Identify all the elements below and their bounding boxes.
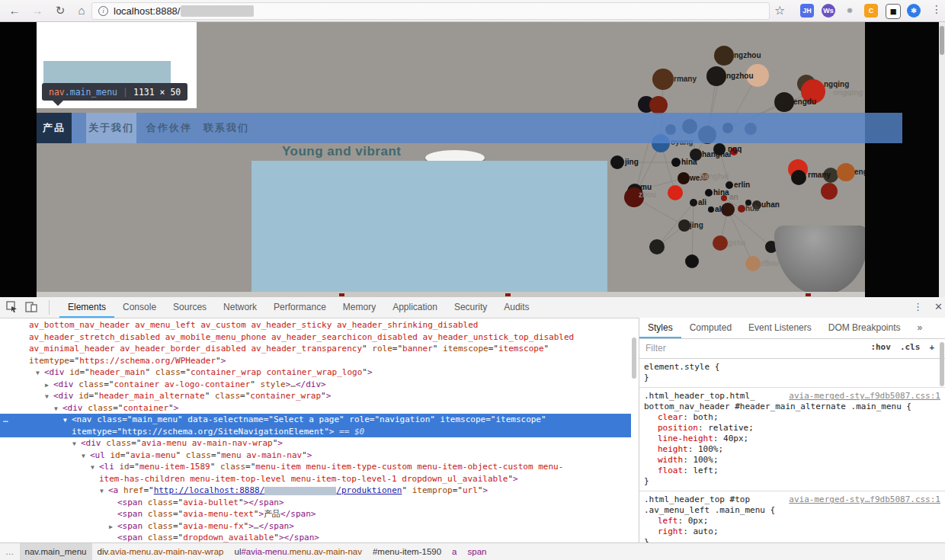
breadcrumb-item[interactable]: ul#avia-menu.menu.av-main-nav — [229, 543, 367, 560]
extension-icon[interactable]: ❋ — [843, 4, 857, 18]
expand-arrow-icon[interactable]: ▶ — [109, 521, 117, 533]
styles-scrollbar-thumb[interactable] — [940, 342, 944, 386]
back-icon[interactable]: ← — [6, 2, 23, 19]
css-property[interactable]: right: auto; — [644, 526, 940, 537]
dom-tree-row[interactable]: …▼<nav class="main_menu" data-selectname… — [0, 414, 631, 426]
svg-text:ali: ali — [698, 198, 706, 206]
elements-scrollbar-thumb[interactable] — [632, 338, 636, 379]
bookmark-star-icon[interactable]: ☆ — [774, 3, 785, 18]
dom-tree-row[interactable]: ▼<div id="header_main" class="container_… — [0, 366, 631, 379]
css-property[interactable]: width: 100%; — [644, 455, 940, 466]
devtools-close-icon[interactable]: ✕ — [934, 301, 943, 312]
devtools-tab-network[interactable]: Network — [215, 297, 265, 318]
extension-icon[interactable]: ✻ — [907, 4, 921, 18]
extension-icon[interactable]: ▦ — [886, 4, 901, 19]
dom-tree-row[interactable]: <span class="avia-bullet"></span> — [0, 497, 631, 509]
dom-tree-row[interactable]: <span class="avia-menu-text">产品</span> — [0, 508, 631, 520]
forward-icon[interactable]: → — [29, 2, 46, 19]
svg-text:hanghai: hanghai — [700, 172, 729, 181]
url-redaction — [181, 5, 254, 17]
styles-filter-input[interactable]: Filter — [645, 343, 666, 354]
dom-tree-row[interactable]: ▼<a href="http://localhost:8888//produkt… — [0, 485, 631, 497]
styles-tab-»[interactable]: » — [908, 318, 931, 338]
inspect-element-icon[interactable] — [6, 301, 18, 312]
dom-tree-row[interactable]: ▶<div class="container av-logo-container… — [0, 379, 631, 391]
breadcrumb-item[interactable]: … — [0, 543, 20, 560]
browser-menu-icon[interactable]: ⋮ — [931, 3, 942, 15]
expand-arrow-icon[interactable]: ▼ — [36, 367, 44, 379]
extension-icon[interactable]: JH — [800, 4, 814, 18]
style-rule[interactable]: element.style {} — [639, 359, 945, 388]
expand-arrow-icon[interactable]: ▼ — [91, 462, 99, 474]
breadcrumb-item[interactable]: div.avia-menu.av-main-nav-wrap — [92, 543, 229, 560]
breadcrumb-item[interactable]: a — [447, 543, 462, 560]
extension-icon[interactable]: C — [864, 4, 878, 18]
css-property[interactable]: position: relative; — [644, 423, 940, 434]
breadcrumb-item[interactable]: nav.main_menu — [20, 543, 92, 560]
stylesheet-link[interactable]: avia-merged-sty…f9db5087.css:1 — [789, 391, 940, 402]
css-property[interactable]: float: left; — [644, 466, 940, 476]
css-property[interactable]: clear: both; — [644, 412, 940, 423]
dom-tree-row[interactable]: ▼<div id="header_main_alternate" class="… — [0, 390, 631, 402]
nav-item[interactable]: 产品 — [37, 113, 72, 143]
styles-tab-computed[interactable]: Computed — [681, 318, 740, 338]
devtools-tab-application[interactable]: Application — [384, 297, 446, 318]
dom-tree-row[interactable]: av_minimal_header av_header_border_disab… — [0, 343, 631, 355]
expand-arrow-icon[interactable]: ▼ — [63, 414, 72, 427]
dom-tree-row[interactable]: itemtype="https://schema.org/SiteNavigat… — [0, 426, 631, 438]
svg-text:ngq: ngq — [728, 145, 742, 153]
expand-arrow-icon[interactable]: ▼ — [100, 485, 108, 498]
devtools-tab-console[interactable]: Console — [114, 297, 165, 318]
nav-item[interactable]: 合作伙伴 — [146, 113, 192, 143]
expand-arrow-icon[interactable]: ▼ — [45, 391, 53, 403]
dom-tree-row[interactable]: ▼<div class="avia-menu av-main-nav-wrap"… — [0, 437, 631, 450]
styles-tab-styles[interactable]: Styles — [639, 318, 681, 338]
dom-tree-row[interactable]: ▶<span class="avia-menu-fx">…</span> — [0, 520, 631, 533]
devtools-tab-sources[interactable]: Sources — [165, 297, 215, 318]
style-rule[interactable]: avia-merged-sty…f9db5087.css:1.html_head… — [639, 388, 945, 491]
dom-tree-row[interactable]: av_header_stretch_disabled av_mobile_men… — [0, 331, 631, 344]
devtools-tab-security[interactable]: Security — [446, 297, 495, 318]
expand-arrow-icon[interactable]: ▼ — [54, 403, 62, 415]
expand-arrow-icon[interactable]: ▶ — [45, 379, 53, 392]
breadcrumb-item[interactable]: #menu-item-1590 — [367, 543, 447, 560]
home-icon[interactable]: ⌂ — [73, 2, 90, 19]
expand-arrow-icon[interactable]: ▼ — [72, 438, 81, 450]
breadcrumb-item[interactable]: span — [463, 543, 492, 560]
extension-icon[interactable]: Ws — [822, 4, 835, 18]
css-property[interactable]: line-height: 40px; — [644, 434, 940, 444]
devtools-tab-elements[interactable]: Elements — [59, 297, 114, 318]
page-scrollbar-thumb[interactable] — [940, 26, 944, 55]
styles-toggle[interactable]: :hov — [870, 342, 891, 352]
page-scrollbar[interactable] — [939, 21, 945, 297]
css-property[interactable]: height: 100%; — [644, 444, 940, 455]
dom-tree-row[interactable]: ▼<li id="menu-item-1589" class="menu-ite… — [0, 461, 631, 473]
dom-tree-row[interactable]: av_bottom_nav_header av_menu_left av_cus… — [0, 319, 631, 331]
devtools-tab-memory[interactable]: Memory — [335, 297, 384, 318]
expand-arrow-icon[interactable]: ▼ — [82, 450, 90, 462]
dom-tree-row[interactable]: itemtype="https://schema.org/WPHeader"> — [0, 355, 631, 367]
styles-tab-event-listeners[interactable]: Event Listeners — [740, 318, 820, 338]
devtools-tab-performance[interactable]: Performance — [265, 297, 335, 318]
svg-text:an: an — [729, 193, 738, 201]
svg-text:rmany: rmany — [674, 75, 697, 83]
styles-toggle[interactable]: + — [929, 342, 934, 352]
svg-text:jing: jing — [689, 221, 703, 229]
styles-toggle[interactable]: .cls — [900, 342, 921, 352]
css-property[interactable]: left: 0px; — [644, 516, 940, 526]
device-toolbar-icon[interactable] — [25, 302, 37, 312]
devtools-more-icon[interactable]: ⋮ — [913, 301, 923, 312]
address-bar[interactable]: i localhost:8888/ — [91, 2, 770, 20]
site-info-icon[interactable]: i — [98, 6, 108, 16]
reload-icon[interactable]: ↻ — [52, 2, 69, 19]
stylesheet-link[interactable]: avia-merged-sty…f9db5087.css:1 — [789, 494, 940, 505]
nav-item[interactable]: 关于我们 — [86, 113, 136, 143]
dom-tree-row[interactable]: ▼<ul id="avia-menu" class="menu av-main-… — [0, 450, 631, 462]
overflow-dots: … — [3, 414, 8, 426]
dom-tree-row[interactable]: item-has-children menu-item-top-level me… — [0, 473, 631, 485]
nav-item[interactable]: 联系我们 — [203, 113, 249, 143]
dom-tree-row[interactable]: <span class="dropdown_available"></span> — [0, 532, 631, 542]
dom-tree-row[interactable]: ▼<div class="container"> — [0, 402, 631, 414]
styles-tab-dom-breakpoints[interactable]: DOM Breakpoints — [820, 318, 909, 338]
devtools-tab-audits[interactable]: Audits — [495, 297, 537, 318]
